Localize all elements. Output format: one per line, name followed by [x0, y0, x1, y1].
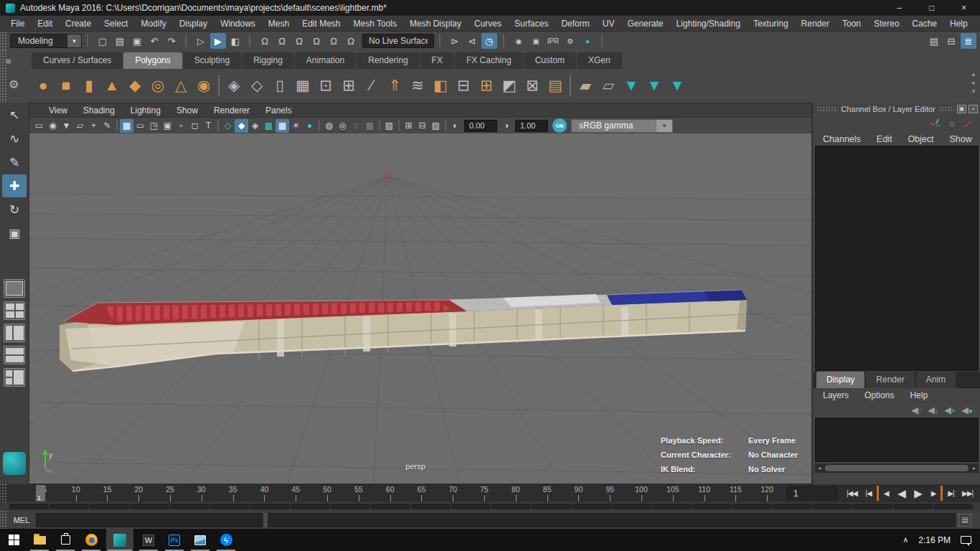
layer-editor-tab[interactable]: Render — [866, 372, 914, 388]
layer-create-icon[interactable]: ◀+ — [944, 405, 956, 415]
shaded-icon[interactable]: ◆ — [235, 119, 248, 133]
backface-image-icon[interactable]: ▨ — [429, 119, 443, 133]
timeline-tick[interactable]: 65 — [406, 484, 438, 502]
panel-close-icon[interactable]: × — [969, 105, 978, 113]
exposure-icon[interactable]: ◐ — [448, 119, 462, 133]
timeline-tick[interactable]: 60 — [374, 484, 406, 502]
make-live-icon[interactable]: Ω — [326, 33, 341, 49]
menu-item[interactable]: Help — [943, 19, 974, 29]
timeline-tick[interactable]: 25 — [154, 484, 186, 502]
menu-item[interactable]: File — [4, 19, 31, 29]
layer-move-up-icon[interactable]: ◀↑ — [911, 405, 922, 415]
shelf-tab[interactable]: Custom — [524, 52, 576, 69]
maya-taskbar-icon[interactable] — [106, 529, 133, 551]
shelf-tab[interactable]: Animation — [295, 52, 356, 69]
play-backwards-button[interactable]: ◀ — [893, 486, 910, 501]
ambient-occlusion-icon[interactable]: ◍ — [322, 119, 336, 133]
channel-box-menu-item[interactable]: Edit — [877, 134, 908, 144]
output-connections-icon[interactable]: ⊲ — [464, 33, 480, 49]
menu-item[interactable]: Stereo — [867, 19, 905, 29]
scrollbar-thumb[interactable] — [825, 465, 969, 471]
timeline-tick[interactable]: 40 — [249, 484, 281, 502]
poly-cone-icon[interactable]: ▲ — [100, 73, 123, 98]
current-time-marker[interactable]: 1 — [36, 485, 45, 501]
windows-store-icon[interactable] — [55, 529, 76, 551]
color-management-toggle[interactable]: ON — [552, 118, 567, 133]
edge-loop-icon[interactable]: ⊞ — [475, 73, 498, 98]
panel-grip[interactable] — [816, 106, 838, 112]
start-button[interactable] — [3, 529, 24, 551]
undo-icon[interactable]: ↶ — [146, 33, 162, 49]
snap-to-curve-icon[interactable]: Ω — [274, 33, 290, 49]
scroll-down-icon[interactable]: ▼ — [971, 88, 976, 96]
menu-item[interactable]: Windows — [214, 19, 262, 29]
triangulate-icon[interactable]: ◩ — [498, 73, 521, 98]
timeline-tick[interactable]: 30 — [186, 484, 217, 502]
script-editor-icon[interactable]: ▤ — [958, 514, 971, 527]
menu-item[interactable]: Edit — [31, 19, 59, 29]
smooth-icon[interactable]: ◈ — [222, 73, 245, 98]
input-connections-icon[interactable]: ⊳ — [447, 33, 463, 49]
mirror-icon[interactable]: ▯ — [268, 73, 291, 98]
shadows-icon[interactable]: ● — [303, 119, 316, 133]
menu-item[interactable]: Surfaces — [508, 19, 555, 29]
resolution-gate-icon[interactable]: ◳ — [147, 119, 161, 133]
timeline-tick[interactable]: 20 — [123, 484, 154, 502]
command-line-mode-label[interactable]: MEL — [7, 516, 36, 524]
channels-list-area[interactable] — [815, 146, 979, 371]
scroll-thumb-icon[interactable]: ● — [972, 79, 976, 88]
grid-icon[interactable]: ▦ — [120, 119, 133, 133]
menu-item[interactable]: Generate — [621, 19, 669, 29]
scale-tool-icon[interactable]: ▣ — [2, 222, 27, 245]
new-scene-icon[interactable]: ▢ — [95, 33, 110, 49]
step-back-key-button[interactable]: ◀ — [877, 486, 893, 501]
menu-item[interactable]: Toon — [836, 19, 867, 29]
layer-horizontal-scrollbar[interactable]: ◂ ▸ — [815, 463, 979, 473]
layer-editor-menu-item[interactable]: Help — [910, 390, 943, 400]
close-button[interactable]: × — [948, 0, 980, 16]
shelf-menu-icon[interactable]: ≡ — [6, 56, 11, 67]
plugin-shading-icon[interactable]: ▩ — [363, 119, 377, 133]
mel-command-input[interactable] — [36, 513, 263, 527]
timeline-tick[interactable]: 110 — [689, 484, 720, 502]
safe-title-icon[interactable]: T — [202, 119, 215, 133]
current-frame-field[interactable] — [787, 486, 837, 500]
menu-item[interactable]: Edit Mesh — [296, 19, 347, 29]
cut-faces-icon[interactable]: ∕ — [360, 73, 383, 98]
gate-mask-icon[interactable]: ▣ — [161, 119, 174, 133]
shelf-tab[interactable]: Rendering — [357, 52, 419, 69]
quadrangulate-icon[interactable]: ▤ — [544, 73, 567, 98]
timeline-tick[interactable]: 55 — [343, 484, 374, 502]
menu-item[interactable]: Deform — [555, 19, 595, 29]
snap-view-plane-icon[interactable]: Ω — [343, 33, 359, 49]
panel-menu-item[interactable]: Shading — [75, 105, 123, 116]
xgen-create-icon[interactable]: ▼ — [620, 73, 643, 98]
layout-persp-outliner-button[interactable] — [4, 324, 25, 342]
manipulator-axis-icon[interactable] — [930, 119, 941, 129]
field-chart-icon[interactable]: ▫ — [174, 119, 188, 133]
timeline-tick[interactable]: 75 — [468, 484, 500, 502]
photos-icon[interactable] — [189, 529, 211, 551]
poly-torus-icon[interactable]: ◎ — [146, 73, 169, 98]
construction-history-icon[interactable]: ◷ — [481, 33, 497, 49]
safe-action-icon[interactable]: ◻ — [188, 119, 202, 133]
channel-box-menu-item[interactable]: Object — [908, 134, 949, 144]
maximize-button[interactable]: □ — [915, 0, 948, 16]
color-space-dropdown[interactable]: sRGB gamma ▼ — [571, 119, 673, 133]
contrast-icon[interactable]: ◑ — [499, 119, 513, 133]
menu-item[interactable]: Mesh Display — [403, 19, 468, 29]
smooth-preview-icon[interactable]: ◇ — [245, 73, 268, 98]
panel-menu-item[interactable]: Panels — [258, 105, 300, 116]
xgen-guides-icon[interactable]: ▼ — [666, 73, 689, 98]
shelf-tab[interactable]: Polygons — [123, 52, 182, 69]
film-gate-icon[interactable]: ▭ — [133, 119, 147, 133]
render-current-frame-icon[interactable]: ▣ — [528, 33, 544, 49]
poly-pipe-icon[interactable]: ◉ — [192, 73, 215, 98]
menu-item[interactable]: Mesh Tools — [347, 19, 403, 29]
viewport-3d-view[interactable]: y Playback Speed:Every Frame Current Cha… — [29, 133, 811, 484]
timeline-tick[interactable]: 105 — [657, 484, 689, 502]
menu-item[interactable]: Select — [98, 19, 134, 29]
messenger-icon[interactable]: ϟ — [215, 529, 237, 551]
select-hierarchy-icon[interactable]: ▷ — [193, 33, 209, 49]
select-object-icon[interactable]: ▶ — [210, 33, 226, 49]
